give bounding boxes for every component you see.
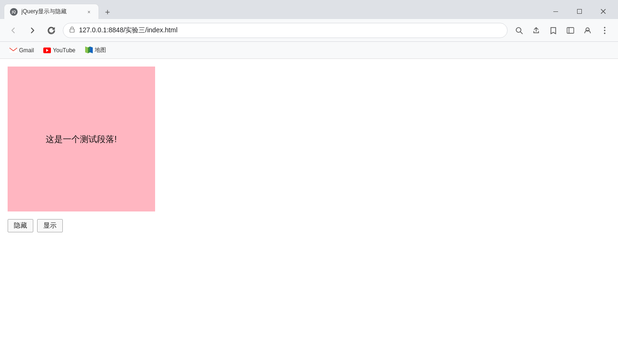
zoom-button[interactable] bbox=[511, 23, 527, 38]
new-tab-button[interactable]: + bbox=[101, 6, 114, 19]
youtube-icon bbox=[43, 47, 51, 54]
address-lock-icon bbox=[69, 26, 75, 34]
window-controls bbox=[545, 4, 614, 19]
bookmark-button[interactable] bbox=[546, 23, 561, 38]
svg-rect-1 bbox=[578, 10, 582, 14]
svg-point-12 bbox=[604, 32, 606, 34]
address-bar[interactable]: 127.0.0.1:8848/实验三/index.html bbox=[63, 23, 508, 38]
show-button[interactable]: 显示 bbox=[37, 219, 63, 232]
share-button[interactable] bbox=[529, 23, 544, 38]
menu-button[interactable] bbox=[597, 23, 612, 38]
tab-favicon: jQ bbox=[10, 8, 18, 16]
page-content: 这是一个测试段落! 隐藏 显示 bbox=[0, 59, 618, 364]
pink-box-text: 这是一个测试段落! bbox=[46, 134, 117, 145]
nav-bar: 127.0.0.1:8848/实验三/index.html bbox=[0, 19, 618, 42]
minimize-button[interactable] bbox=[545, 4, 567, 19]
back-button[interactable] bbox=[6, 23, 21, 38]
bookmark-gmail-label: Gmail bbox=[19, 47, 34, 54]
forward-button[interactable] bbox=[25, 23, 40, 38]
nav-actions bbox=[511, 23, 612, 38]
svg-marker-17 bbox=[88, 47, 90, 53]
address-text: 127.0.0.1:8848/实验三/index.html bbox=[79, 26, 501, 35]
svg-rect-0 bbox=[553, 11, 558, 12]
gmail-icon bbox=[10, 47, 17, 54]
pink-box: 这是一个测试段落! bbox=[8, 67, 155, 211]
bookmark-youtube[interactable]: YouTube bbox=[39, 45, 79, 56]
button-row: 隐藏 显示 bbox=[8, 219, 610, 232]
refresh-button[interactable] bbox=[44, 23, 59, 38]
svg-marker-19 bbox=[90, 47, 93, 53]
title-bar: jQ jQuery显示与隐藏 × + bbox=[0, 0, 618, 19]
svg-marker-18 bbox=[85, 47, 88, 53]
bookmark-maps-label: 地图 bbox=[95, 46, 106, 54]
tab-bar: jQ jQuery显示与隐藏 × + bbox=[4, 0, 614, 19]
tab-close-button[interactable]: × bbox=[85, 8, 93, 16]
bookmarks-bar: Gmail YouTube 地图 bbox=[0, 42, 618, 59]
maximize-button[interactable] bbox=[569, 4, 590, 19]
tab-title: jQuery显示与隐藏 bbox=[21, 8, 81, 16]
hide-button[interactable]: 隐藏 bbox=[8, 219, 33, 232]
svg-rect-4 bbox=[70, 29, 74, 32]
close-button[interactable] bbox=[592, 4, 614, 19]
sidebar-button[interactable] bbox=[563, 23, 578, 38]
browser-frame: jQ jQuery显示与隐藏 × + bbox=[0, 0, 618, 364]
maps-icon bbox=[85, 47, 93, 54]
profile-button[interactable] bbox=[580, 23, 595, 38]
bookmark-gmail[interactable]: Gmail bbox=[6, 45, 38, 56]
bookmark-youtube-label: YouTube bbox=[53, 47, 75, 54]
active-tab[interactable]: jQ jQuery显示与隐藏 × bbox=[4, 4, 99, 19]
svg-point-10 bbox=[604, 27, 606, 28]
bookmark-maps[interactable]: 地图 bbox=[81, 44, 110, 56]
svg-point-11 bbox=[604, 29, 606, 31]
svg-rect-7 bbox=[567, 28, 574, 33]
svg-line-6 bbox=[520, 32, 522, 34]
